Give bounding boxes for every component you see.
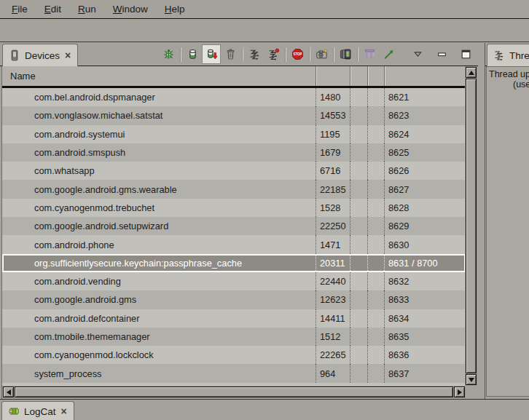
cell-b1: [350, 290, 367, 309]
cell-pid: 20311: [316, 254, 350, 272]
cause-gc-icon[interactable]: [221, 44, 240, 64]
process-row[interactable]: com.vonglasow.michael.satstat145538623: [2, 106, 466, 124]
update-threads-icon[interactable]: [245, 44, 264, 64]
cell-port: 8632: [384, 272, 466, 290]
toolbar-separator: [285, 47, 286, 62]
menu-window[interactable]: Window: [106, 1, 155, 17]
menu-bar: FileEditRunWindowHelp: [0, 0, 529, 19]
bottom-tab-bar: LogCat ×: [0, 399, 529, 420]
cell-port: 8629: [384, 217, 466, 235]
cell-b1: [350, 88, 367, 106]
process-row[interactable]: com.whatsapp67168626: [2, 162, 466, 180]
cell-pid: 12623: [316, 290, 350, 309]
process-row[interactable]: com.cyanogenmod.trebuchet15288628: [2, 199, 466, 217]
cell-b2: [367, 125, 384, 143]
menu-run[interactable]: Run: [71, 1, 103, 17]
process-row[interactable]: com.android.vending224408632: [2, 272, 466, 290]
menu-file[interactable]: File: [4, 1, 35, 17]
update-heap-icon[interactable]: [183, 44, 202, 64]
start-method-profiling-icon[interactable]: [264, 44, 283, 64]
phone-icon: [9, 49, 20, 61]
cell-b2: [367, 272, 384, 290]
cell-b1: [350, 199, 367, 217]
process-row[interactable]: com.tmobile.thememanager15128635: [2, 328, 466, 346]
cell-name: com.android.systemui: [2, 125, 316, 143]
vertical-scrollbar[interactable]: [465, 66, 477, 386]
process-row[interactable]: com.android.smspush16798625: [2, 143, 466, 162]
cell-b1: [350, 125, 367, 143]
scroll-up-button[interactable]: [466, 67, 477, 78]
toolbar-separator: [333, 47, 334, 62]
horizontal-scroll-thumb[interactable]: [15, 387, 453, 397]
cell-name: com.android.smspush: [2, 143, 316, 162]
cell-b2: [367, 254, 384, 272]
cell-port: 8633: [384, 290, 466, 309]
left-arrow-icon: [7, 389, 11, 395]
cell-b2: [367, 162, 384, 180]
cell-name: com.google.android.gms.wearable: [2, 180, 316, 198]
dump-view-hierarchy-icon[interactable]: [336, 44, 355, 64]
cell-pid: 1528: [316, 199, 350, 217]
toolbar-separator: [309, 47, 310, 62]
process-row-selected[interactable]: org.sufficientlysecure.keychain:passphra…: [2, 254, 466, 272]
screen-capture-icon[interactable]: [312, 44, 331, 64]
cell-port: 8630: [384, 235, 466, 253]
tab-devices-label: Devices: [25, 50, 60, 61]
scroll-down-button[interactable]: [466, 374, 477, 385]
process-row[interactable]: com.android.phone14718630: [2, 235, 466, 253]
minimize-icon[interactable]: [432, 44, 451, 64]
cell-port: 8637: [384, 364, 466, 382]
cell-b1: [350, 309, 367, 328]
tab-logcat[interactable]: LogCat ×: [1, 401, 74, 420]
main-toolbar: [0, 20, 529, 42]
cell-b1: [350, 328, 367, 346]
scroll-left-button[interactable]: [3, 387, 14, 397]
cell-b2: [367, 328, 384, 346]
cell-port: 8621: [384, 88, 466, 106]
process-row[interactable]: com.bel.android.dspmanager14808621: [2, 88, 466, 106]
process-row[interactable]: com.google.android.setupwizard222508629: [2, 217, 466, 235]
vertical-scroll-thumb[interactable]: [466, 79, 477, 373]
column-header-name[interactable]: Name: [2, 66, 316, 86]
tab-threads[interactable]: Threads: [487, 44, 529, 66]
process-row[interactable]: com.google.android.gms126238633: [2, 290, 466, 309]
process-row[interactable]: com.google.android.gms.wearable221858627: [2, 180, 466, 198]
process-row[interactable]: com.android.systemui11958624: [2, 125, 466, 143]
debug-bug-icon[interactable]: [159, 44, 178, 64]
right-arrow-icon: [458, 389, 462, 395]
cell-name: com.google.android.gms: [2, 290, 316, 309]
process-row[interactable]: com.cyanogenmod.lockclock222658636: [2, 346, 466, 364]
opengl-trace-icon[interactable]: [379, 44, 398, 64]
process-row[interactable]: com.android.defcontainer144118634: [2, 309, 466, 328]
maximize-icon[interactable]: [456, 44, 475, 64]
menu-help[interactable]: Help: [157, 1, 192, 17]
stop-process-icon[interactable]: STOP: [288, 44, 307, 64]
horizontal-scrollbar[interactable]: [2, 386, 466, 398]
close-icon[interactable]: ×: [64, 50, 71, 60]
cell-b2: [367, 346, 384, 364]
tab-devices[interactable]: Devices ×: [2, 44, 78, 66]
cell-port: 8627: [384, 180, 466, 198]
process-row[interactable]: system_process9648637: [2, 364, 466, 382]
cell-name: com.android.defcontainer: [2, 309, 316, 328]
threads-message: Thread updates not enabled for selected …: [486, 66, 529, 397]
systrace-icon[interactable]: [360, 44, 379, 64]
cell-name: org.sufficientlysecure.keychain:passphra…: [2, 254, 316, 272]
cell-b2: [367, 88, 384, 106]
view-menu-icon[interactable]: [408, 44, 427, 64]
cell-name: com.google.android.setupwizard: [2, 217, 316, 235]
column-header-blank1[interactable]: [350, 66, 367, 86]
column-header-pid[interactable]: [316, 66, 350, 86]
column-header-port[interactable]: [384, 66, 466, 86]
menu-edit[interactable]: Edit: [37, 1, 68, 17]
close-icon[interactable]: ×: [60, 406, 68, 416]
cell-b1: [350, 180, 367, 198]
dump-hprof-icon[interactable]: [202, 44, 221, 64]
logcat-icon: [8, 405, 20, 417]
toolbar-separator: [242, 47, 243, 62]
cell-pid: 22250: [316, 217, 350, 235]
scroll-right-button[interactable]: [454, 387, 465, 397]
pane-sash[interactable]: [478, 43, 485, 399]
cell-name: com.whatsapp: [2, 162, 316, 180]
column-header-blank2[interactable]: [367, 66, 384, 86]
